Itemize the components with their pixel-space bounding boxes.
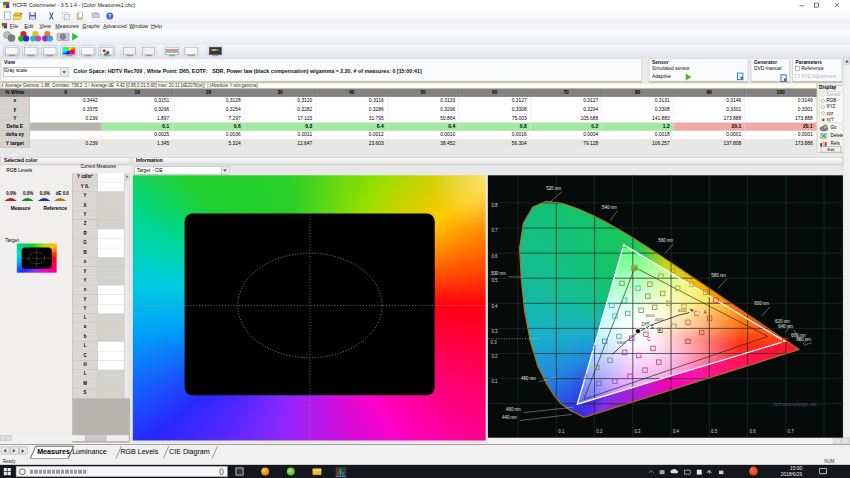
svg-text:500 nm: 500 nm <box>491 271 506 276</box>
svg-text:hcfr.sourceforge.net: hcfr.sourceforge.net <box>773 401 817 406</box>
svg-text:0.5: 0.5 <box>491 278 498 283</box>
svg-text:0.1: 0.1 <box>491 379 498 384</box>
svg-text:9300: 9300 <box>617 340 627 345</box>
svg-text:3000: 3000 <box>678 308 688 313</box>
svg-text:620 nm: 620 nm <box>775 319 790 324</box>
svg-text:480 nm: 480 nm <box>521 376 536 381</box>
svg-text:C: C <box>647 337 651 342</box>
svg-text:680 nm: 680 nm <box>796 337 811 342</box>
svg-text:0.2: 0.2 <box>596 428 603 433</box>
svg-text:A: A <box>703 310 706 315</box>
svg-text:440 nm: 440 nm <box>502 415 517 420</box>
svg-text:0.5: 0.5 <box>711 428 718 433</box>
svg-text:600 nm: 600 nm <box>754 301 769 306</box>
svg-text:0.6: 0.6 <box>750 428 757 433</box>
svg-text:0.6: 0.6 <box>491 253 498 258</box>
svg-text:0.7: 0.7 <box>491 228 498 233</box>
svg-text:0.3: 0.3 <box>491 329 498 334</box>
svg-text:520 nm: 520 nm <box>546 186 561 191</box>
svg-text:460 nm: 460 nm <box>506 407 521 412</box>
svg-text:0.4: 0.4 <box>491 304 498 309</box>
svg-text:640 nm: 640 nm <box>778 324 793 329</box>
svg-text:B: B <box>658 329 661 334</box>
svg-text:4000: 4000 <box>655 317 665 322</box>
svg-text:0.7: 0.7 <box>788 428 795 433</box>
svg-text:0.3: 0.3 <box>634 428 641 433</box>
svg-text:?: ? <box>108 14 111 19</box>
svg-text:540 nm: 540 nm <box>602 205 617 210</box>
svg-text:0.8: 0.8 <box>491 203 498 208</box>
svg-text:0.3: 0.3 <box>491 340 498 345</box>
svg-text:580 nm: 580 nm <box>711 273 726 278</box>
svg-text:560 nm: 560 nm <box>658 238 673 243</box>
svg-text:0.2: 0.2 <box>491 354 498 359</box>
svg-text:0.1: 0.1 <box>558 428 565 433</box>
svg-text:6500: 6500 <box>646 313 656 318</box>
svg-text:0.4: 0.4 <box>673 428 680 433</box>
